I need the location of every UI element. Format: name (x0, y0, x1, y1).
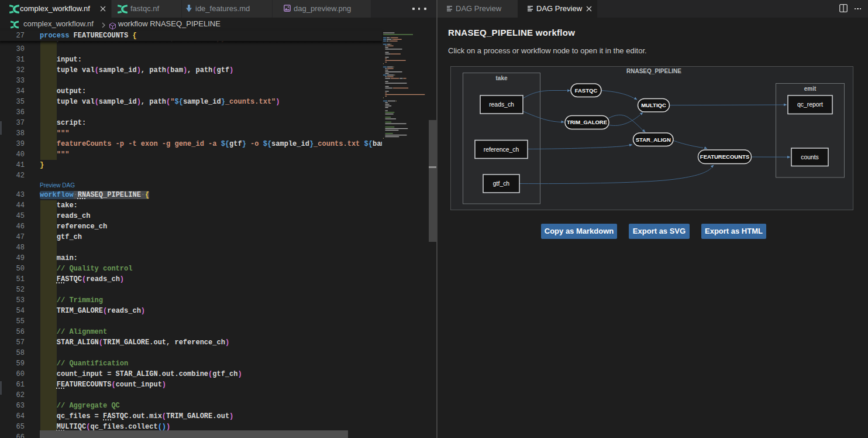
svg-text:emit: emit (804, 85, 817, 92)
svg-text:reference_ch: reference_ch (484, 146, 519, 153)
svg-text:qc_report: qc_report (797, 101, 823, 108)
svg-text:counts: counts (801, 154, 819, 160)
svg-text:reads_ch: reads_ch (489, 101, 514, 108)
svg-text:FEATURECOUNTS: FEATURECOUNTS (700, 153, 749, 160)
svg-text:TRIM_GALORE: TRIM_GALORE (567, 119, 607, 125)
svg-text:FASTQC: FASTQC (575, 87, 598, 94)
svg-text:take: take (495, 75, 507, 81)
svg-text:RNASEQ_PIPELINE: RNASEQ_PIPELINE (626, 68, 681, 74)
svg-text:STAR_ALIGN: STAR_ALIGN (636, 136, 671, 143)
svg-text:gtf_ch: gtf_ch (493, 180, 510, 187)
svg-text:MULTIQC: MULTIQC (641, 102, 666, 108)
